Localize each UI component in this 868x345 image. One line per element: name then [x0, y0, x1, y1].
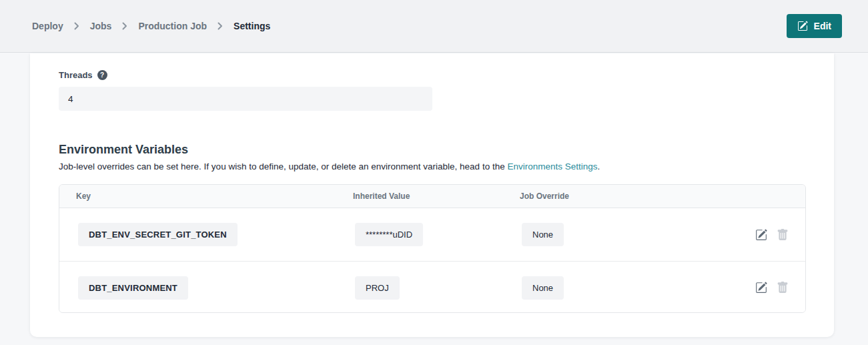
column-header-key: Key	[59, 192, 353, 201]
breadcrumb-item-settings: Settings	[234, 21, 270, 31]
column-header-job-override: Job Override	[520, 192, 742, 201]
env-var-job-override: None	[522, 223, 564, 246]
description-text: Job-level overrides can be set here. If …	[59, 161, 507, 171]
threads-field-label-row: Threads ?	[59, 70, 107, 80]
row-delete-trash-icon[interactable]	[777, 229, 789, 241]
table-row: DBT_ENVIRONMENT PROJ None	[59, 261, 805, 313]
environment-variables-title: Environment Variables	[59, 143, 188, 157]
top-bar: Deploy Jobs Production Job Settings Edit	[0, 0, 868, 53]
env-var-job-override: None	[522, 276, 564, 300]
breadcrumb-item-production-job[interactable]: Production Job	[138, 21, 207, 31]
env-var-key: DBT_ENV_SECRET_GIT_TOKEN	[78, 223, 238, 246]
env-var-key: DBT_ENVIRONMENT	[78, 276, 188, 300]
description-period: .	[598, 161, 600, 171]
edit-pencil-icon	[797, 21, 808, 31]
environment-variables-description: Job-level overrides can be set here. If …	[59, 161, 600, 171]
edit-button-label: Edit	[814, 21, 831, 31]
threads-input[interactable]	[59, 87, 432, 111]
chevron-right-icon	[74, 22, 79, 30]
row-edit-icon[interactable]	[755, 229, 767, 241]
settings-card: Threads ? Environment Variables Job-leve…	[30, 53, 834, 337]
breadcrumb-item-jobs[interactable]: Jobs	[90, 21, 112, 31]
environments-settings-link[interactable]: Environments Settings	[507, 161, 597, 171]
column-header-inherited-value: Inherited Value	[353, 192, 520, 201]
chevron-right-icon	[122, 22, 127, 30]
table-row: DBT_ENV_SECRET_GIT_TOKEN ********uDID No…	[59, 208, 805, 261]
breadcrumb: Deploy Jobs Production Job Settings	[32, 21, 270, 31]
edit-button[interactable]: Edit	[787, 14, 842, 38]
help-icon[interactable]: ?	[97, 70, 107, 80]
environment-variables-table: Key Inherited Value Job Override DBT_ENV…	[59, 184, 806, 313]
chevron-right-icon	[218, 22, 223, 30]
env-var-inherited-value: PROJ	[355, 276, 400, 300]
row-edit-icon[interactable]	[755, 282, 767, 294]
table-header-row: Key Inherited Value Job Override	[59, 185, 805, 208]
row-delete-trash-icon[interactable]	[777, 282, 789, 294]
env-var-inherited-value: ********uDID	[355, 223, 423, 246]
breadcrumb-item-deploy[interactable]: Deploy	[32, 21, 63, 31]
threads-label: Threads	[59, 70, 93, 80]
